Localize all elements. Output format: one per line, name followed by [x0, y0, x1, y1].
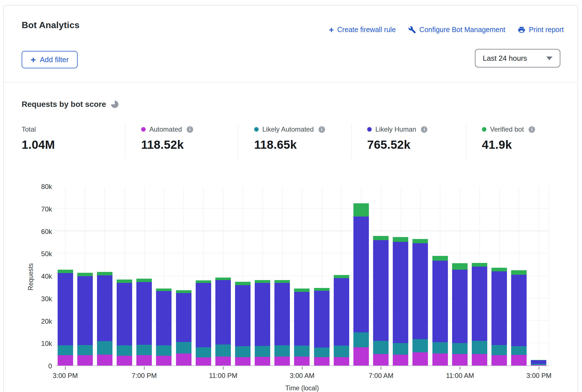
bot-analytics-card: Bot Analytics + Create firewall rule Con… — [3, 5, 578, 392]
info-icon[interactable]: i — [529, 126, 535, 133]
info-icon[interactable]: i — [319, 126, 325, 133]
print-report-link[interactable]: Print report — [518, 26, 564, 34]
stat-automated-value: 118.52k — [141, 138, 238, 152]
y-tick-label: 40k — [28, 272, 52, 280]
x-tick-label: 3:00 PM — [516, 372, 561, 380]
bar-segment-likely-automated — [274, 345, 290, 357]
chart-band — [233, 187, 252, 366]
bar-segment-likely-human — [334, 278, 349, 346]
configure-bot-management-link[interactable]: Configure Bot Management — [408, 26, 506, 34]
bar-200am[interactable] — [274, 280, 290, 366]
bar-900pm[interactable] — [176, 290, 191, 366]
bar-300am[interactable] — [294, 289, 310, 366]
likely-human-dot-icon — [367, 127, 372, 132]
bar-1000am[interactable] — [432, 256, 448, 366]
x-tickmark — [144, 367, 145, 370]
printer-icon — [518, 26, 525, 34]
print-report-label: Print report — [529, 26, 564, 34]
bar-1100pm[interactable] — [215, 278, 231, 366]
bar-segment-likely-human — [491, 271, 507, 345]
bar-500am[interactable] — [334, 275, 349, 366]
bar-segment-automated — [117, 356, 132, 366]
bar-1000pm[interactable] — [196, 280, 211, 366]
chart-band — [391, 187, 410, 366]
bar-segment-likely-automated — [373, 341, 389, 354]
bar-segment-likely-human — [156, 291, 172, 345]
bar-700pm[interactable] — [136, 279, 152, 366]
chart-band — [55, 187, 75, 366]
bar-400am[interactable] — [314, 288, 330, 366]
bar-segment-likely-human — [314, 291, 330, 348]
bar-segment-automated — [353, 347, 369, 366]
x-tick-label: 7:00 PM — [122, 372, 167, 380]
x-tick-label: 3:00 PM — [43, 372, 88, 380]
bar-segment-automated — [136, 355, 152, 366]
time-range-dropdown[interactable]: Last 24 hours — [475, 49, 560, 67]
bar-segment-likely-automated — [412, 339, 428, 352]
bar-segment-automated — [314, 357, 330, 366]
stats-row: Total 1.04M Automated i 118.52k Likely A… — [22, 123, 559, 159]
bar-900am[interactable] — [412, 239, 428, 366]
chart-band — [213, 187, 233, 366]
stat-automated-label: Automated — [149, 125, 182, 133]
y-tick-label: 70k — [28, 205, 52, 213]
bar-segment-verified-bot — [393, 237, 408, 242]
info-icon[interactable]: i — [187, 126, 193, 133]
info-icon[interactable]: i — [421, 126, 427, 133]
bar-segment-likely-human — [353, 217, 369, 332]
add-filter-button[interactable]: + Add filter — [22, 51, 78, 68]
bar-500pm[interactable] — [97, 272, 112, 366]
bar-segment-verified-bot — [156, 289, 172, 291]
bar-100pm[interactable] — [491, 268, 507, 366]
y-tick-label: 80k — [28, 183, 52, 191]
bar-200pm[interactable] — [511, 270, 527, 366]
bar-1100am[interactable] — [452, 263, 468, 366]
bar-300pm[interactable] — [58, 270, 73, 366]
bar-segment-verified-bot — [373, 236, 389, 240]
x-tickmark — [539, 367, 539, 370]
chart-band — [509, 187, 529, 366]
x-tickmark — [381, 367, 381, 370]
bar-segment-likely-human — [472, 267, 487, 341]
bar-600pm[interactable] — [117, 280, 132, 366]
bar-segment-automated — [373, 354, 389, 366]
stat-likely-automated-value: 118.65k — [254, 138, 351, 152]
bar-600am[interactable] — [353, 203, 369, 366]
bar-segment-likely-automated — [176, 342, 191, 353]
bar-300pm[interactable] — [531, 360, 546, 366]
bar-segment-automated — [255, 357, 270, 366]
section-title: Requests by bot score — [22, 100, 106, 109]
bar-700am[interactable] — [373, 236, 389, 366]
bar-400pm[interactable] — [77, 273, 93, 366]
bar-segment-verified-bot — [314, 288, 330, 291]
create-firewall-rule-link[interactable]: + Create firewall rule — [329, 26, 396, 34]
bar-800am[interactable] — [393, 237, 408, 366]
chart-band — [410, 187, 430, 366]
chart-band — [470, 187, 489, 366]
chart-band — [174, 187, 193, 366]
stat-likely-human-label: Likely Human — [375, 125, 416, 133]
chart-band — [154, 187, 174, 366]
stat-total-value: 1.04M — [22, 138, 125, 152]
y-tick-label: 30k — [28, 295, 52, 303]
bar-segment-likely-human — [58, 273, 73, 346]
bar-segment-likely-human — [215, 280, 231, 344]
chart-band — [450, 187, 470, 366]
bar-1200pm[interactable] — [472, 263, 487, 366]
bar-segment-automated — [196, 357, 211, 366]
stat-verified-bot: Verified bot i 41.9k — [466, 123, 559, 159]
chevron-down-icon — [546, 57, 552, 60]
bar-800pm[interactable] — [156, 289, 172, 366]
bar-segment-automated — [491, 355, 507, 366]
bar-segment-automated — [274, 357, 290, 366]
bar-1200am[interactable] — [235, 282, 251, 366]
chart-band — [489, 187, 509, 366]
bar-segment-likely-automated — [314, 348, 330, 357]
bar-segment-automated — [531, 365, 546, 366]
bar-segment-verified-bot — [412, 239, 428, 243]
bar-segment-likely-automated — [452, 343, 468, 354]
bar-segment-automated — [294, 357, 310, 366]
bar-segment-likely-human — [432, 261, 448, 342]
bar-100am[interactable] — [255, 280, 270, 366]
bar-segment-verified-bot — [136, 279, 152, 282]
